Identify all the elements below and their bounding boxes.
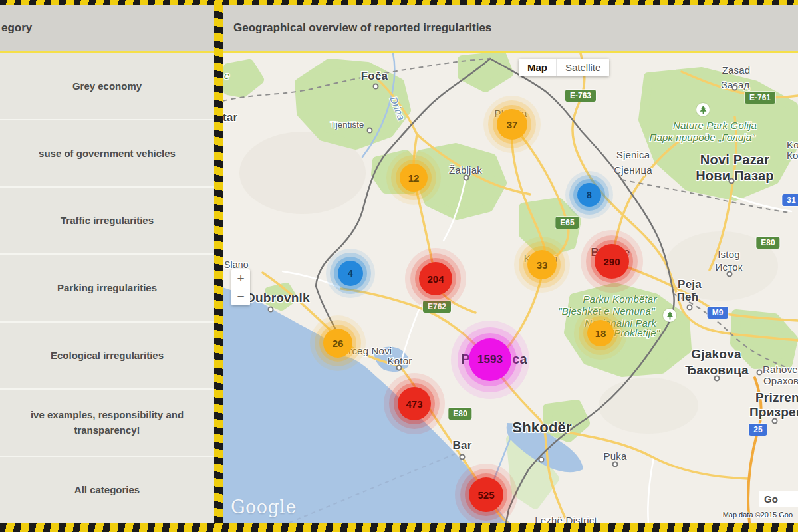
page: egory Grey economy suse of government ve…: [0, 0, 798, 532]
google-watermark: Google: [231, 497, 297, 517]
content: egory Grey economy suse of government ve…: [0, 5, 798, 523]
category-item-label: ive examples, responsibility and transpa…: [15, 407, 200, 438]
cluster-marker-204[interactable]: 204: [419, 262, 452, 295]
category-item[interactable]: Grey economy: [0, 53, 214, 119]
zoom-in-button[interactable]: +: [231, 269, 250, 287]
map-title: Geographical overview of reported irregu…: [233, 21, 491, 35]
category-header-label: egory: [1, 21, 32, 35]
hazard-tape-divider: [214, 5, 223, 523]
zoom-out-button[interactable]: −: [231, 287, 250, 305]
cluster-marker-1593[interactable]: 1593: [469, 338, 511, 381]
category-item-label: Parking irregularities: [57, 280, 157, 295]
category-item[interactable]: suse of government vehicles: [0, 119, 214, 186]
map-panel: Geographical overview of reported irregu…: [223, 5, 798, 523]
map-attribution: Map data ©2015 Goo: [723, 511, 793, 519]
category-item-label: Ecological irregularities: [51, 348, 164, 363]
cluster-marker-290[interactable]: 290: [595, 244, 629, 279]
cluster-marker-525[interactable]: 525: [469, 477, 503, 512]
cluster-marker-26[interactable]: 26: [323, 329, 352, 358]
category-item[interactable]: Traffic irregularities: [0, 186, 214, 253]
category-item[interactable]: Parking irregularities: [0, 253, 214, 321]
category-item[interactable]: ive examples, responsibility and transpa…: [0, 388, 214, 456]
cluster-marker-4[interactable]: 4: [338, 261, 363, 286]
hazard-tape-top: [0, 0, 798, 5]
cluster-marker-37[interactable]: 37: [497, 109, 527, 140]
cluster-marker-18[interactable]: 18: [587, 320, 614, 346]
map-type-control: Map Satellite: [519, 59, 609, 76]
satellite-button[interactable]: Satellite: [556, 59, 609, 76]
cluster-marker-33[interactable]: 33: [527, 250, 557, 279]
cluster-marker-473[interactable]: 473: [398, 387, 431, 420]
category-item-label: Traffic irregularities: [61, 213, 154, 228]
cluster-marker-8[interactable]: 8: [577, 183, 601, 207]
category-item-label: All categories: [74, 482, 140, 497]
map-canvas[interactable]: FočaTjentišteŽabljakPljevljaKolašinBeran…: [223, 53, 798, 523]
category-item-label: suse of government vehicles: [39, 146, 176, 161]
category-sidebar: egory Grey economy suse of government ve…: [0, 5, 214, 523]
map-button[interactable]: Map: [519, 59, 556, 76]
category-item[interactable]: Ecological irregularities: [0, 321, 214, 388]
category-item[interactable]: All categories: [0, 456, 214, 523]
hazard-tape-bottom: [0, 523, 798, 532]
google-logo-partial: Go: [759, 491, 798, 507]
category-item-label: Grey economy: [72, 78, 142, 94]
zoom-control: + −: [231, 269, 250, 305]
map-panel-header: Geographical overview of reported irregu…: [223, 5, 798, 53]
category-list: Grey economy suse of government vehicles…: [0, 53, 214, 523]
map-marker-layer: 3712820433290426181593473525: [223, 53, 798, 523]
cluster-marker-12[interactable]: 12: [400, 164, 428, 192]
category-panel-header: egory: [0, 5, 214, 53]
